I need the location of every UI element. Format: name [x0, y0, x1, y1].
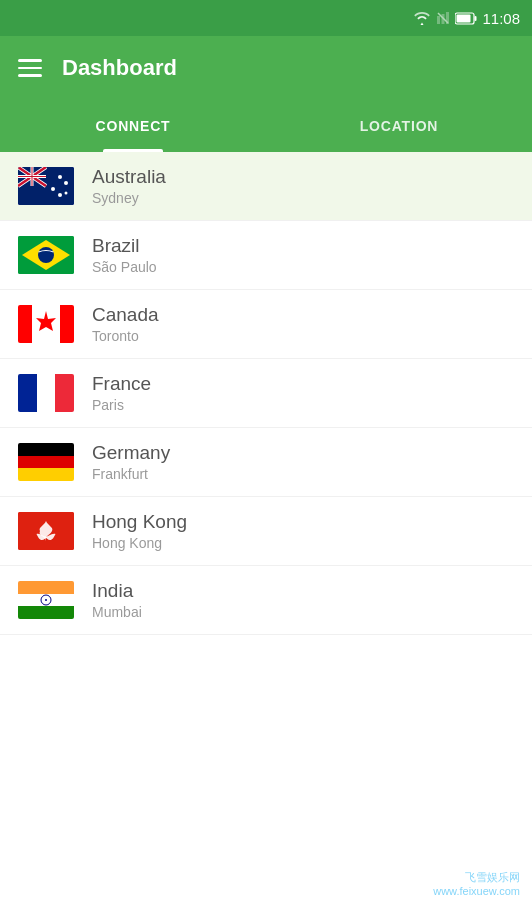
svg-point-18 [64, 181, 68, 185]
city-name: Hong Kong [92, 535, 187, 551]
flag-canada [18, 305, 74, 343]
flag-germany [18, 443, 74, 481]
svg-point-31 [45, 599, 47, 601]
list-item[interactable]: Australia Sydney [0, 152, 532, 221]
svg-point-19 [58, 193, 62, 197]
tab-connect[interactable]: CONNECT [0, 100, 266, 152]
status-icons: 11:08 [413, 10, 520, 27]
flag-india [18, 581, 74, 619]
svg-rect-4 [446, 12, 449, 24]
app-header: Dashboard [0, 36, 532, 100]
wifi-icon [413, 11, 431, 25]
flag-france [18, 374, 74, 412]
watermark-line1: 飞雪娱乐网 [433, 870, 520, 885]
country-name: Brazil [92, 235, 157, 257]
svg-rect-3 [442, 14, 445, 24]
list-item[interactable]: Canada Toronto [0, 290, 532, 359]
battery-icon [455, 12, 477, 25]
city-name: Sydney [92, 190, 166, 206]
flag-australia [18, 167, 74, 205]
watermark: 飞雪娱乐网 www.feixuew.com [433, 870, 520, 897]
svg-rect-26 [18, 305, 32, 343]
status-time: 11:08 [482, 10, 520, 27]
location-info-brazil: Brazil São Paulo [92, 235, 157, 275]
country-name: Hong Kong [92, 511, 187, 533]
svg-rect-6 [475, 16, 477, 21]
country-name: Germany [92, 442, 170, 464]
location-info-canada: Canada Toronto [92, 304, 159, 344]
location-info-australia: Australia Sydney [92, 166, 166, 206]
watermark-line2: www.feixuew.com [433, 885, 520, 897]
list-item[interactable]: Hong Kong Hong Kong [0, 497, 532, 566]
svg-rect-16 [32, 167, 33, 186]
location-list: Australia Sydney Brazil São Paulo [0, 152, 532, 635]
city-name: Paris [92, 397, 151, 413]
city-name: São Paulo [92, 259, 157, 275]
city-name: Toronto [92, 328, 159, 344]
svg-point-20 [51, 187, 55, 191]
city-name: Mumbai [92, 604, 142, 620]
country-name: Canada [92, 304, 159, 326]
location-info-hongkong: Hong Kong Hong Kong [92, 511, 187, 551]
flag-brazil [18, 236, 74, 274]
tab-bar: CONNECT LOCATION [0, 100, 532, 152]
list-item[interactable]: France Paris [0, 359, 532, 428]
svg-rect-2 [437, 16, 440, 24]
tab-location[interactable]: LOCATION [266, 100, 532, 152]
country-name: France [92, 373, 151, 395]
list-item[interactable]: Germany Frankfurt [0, 428, 532, 497]
signal-icon [436, 11, 450, 25]
location-info-france: France Paris [92, 373, 151, 413]
hamburger-menu[interactable] [18, 59, 42, 77]
svg-rect-27 [60, 305, 74, 343]
list-item[interactable]: Brazil São Paulo [0, 221, 532, 290]
country-name: India [92, 580, 142, 602]
status-bar: 11:08 [0, 0, 532, 36]
list-item[interactable]: India Mumbai [0, 566, 532, 635]
city-name: Frankfurt [92, 466, 170, 482]
country-name: Australia [92, 166, 166, 188]
location-info-germany: Germany Frankfurt [92, 442, 170, 482]
svg-point-21 [65, 192, 68, 195]
flag-hongkong [18, 512, 74, 550]
page-title: Dashboard [62, 55, 177, 81]
svg-point-17 [58, 175, 62, 179]
svg-rect-7 [457, 14, 471, 22]
svg-point-24 [38, 247, 54, 263]
location-info-india: India Mumbai [92, 580, 142, 620]
